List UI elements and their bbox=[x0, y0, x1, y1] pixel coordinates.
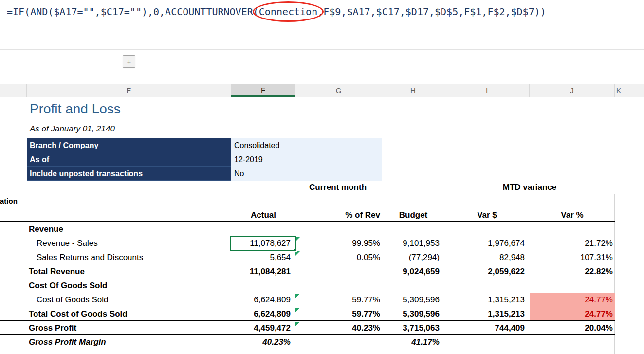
cell-budget[interactable]: 41.17% bbox=[382, 335, 444, 349]
param-label-branch-company[interactable]: Branch / Company bbox=[27, 138, 231, 152]
param-row-as-of: As of 12-2019 bbox=[0, 152, 644, 167]
cell-var-pct[interactable] bbox=[530, 335, 615, 349]
header-pct-of-rev[interactable]: % of Rev bbox=[295, 208, 382, 222]
row-label-cell[interactable]: Total Cost of Goods Sold bbox=[27, 307, 231, 321]
header-var-dollar[interactable]: Var $ bbox=[444, 208, 530, 222]
cell-budget[interactable] bbox=[382, 222, 444, 236]
cell-var-pct[interactable]: 20.04% bbox=[530, 321, 615, 335]
cell-budget[interactable]: (77,294) bbox=[382, 250, 444, 264]
cell-var-pct[interactable]: 24.77% bbox=[530, 307, 615, 321]
cell-var-pct[interactable]: 107.31% bbox=[530, 250, 615, 264]
row-label-cell[interactable]: Gross Profit Margin bbox=[27, 335, 231, 349]
cell-var-dollar[interactable]: 2,059,622 bbox=[444, 264, 530, 279]
row-label-cell[interactable]: Revenue bbox=[27, 222, 231, 236]
cell-budget[interactable]: 9,101,953 bbox=[382, 236, 444, 250]
column-header-k[interactable]: K bbox=[615, 84, 644, 97]
cell-budget[interactable]: 9,024,659 bbox=[382, 264, 444, 279]
header-actual[interactable]: Actual bbox=[231, 208, 295, 222]
cell-var-dollar[interactable]: 1,315,213 bbox=[444, 293, 530, 307]
report-row: Revenue - Sales11,078,62799.95%9,101,953… bbox=[0, 236, 644, 250]
cell-pct-of-rev[interactable] bbox=[295, 279, 382, 293]
column-header-j[interactable]: J bbox=[530, 84, 615, 97]
cell-pct-of-rev[interactable] bbox=[295, 264, 382, 279]
row-label-cell[interactable]: Gross Profit bbox=[27, 321, 231, 335]
spreadsheet-window: =IF(AND($A17="",$C17=""),0,ACCOUNTTURNOV… bbox=[0, 0, 644, 354]
cell-actual[interactable] bbox=[231, 279, 295, 293]
cell-actual[interactable]: 4,459,472 bbox=[231, 321, 295, 335]
column-header-e[interactable]: E bbox=[27, 84, 231, 97]
formula-segment-before: =IF(AND($A17="",$C17=""),0,ACCOUNTTURNOV… bbox=[7, 6, 259, 18]
report-rows: RevenueRevenue - Sales11,078,62799.95%9,… bbox=[0, 222, 644, 349]
data-column-header-row: Actual % of Rev Budget Var $ Var % bbox=[0, 208, 644, 222]
cell-actual[interactable] bbox=[231, 222, 295, 236]
cell-pct-of-rev[interactable]: 0.05% bbox=[295, 250, 382, 264]
spare-cell bbox=[615, 293, 644, 307]
report-row: Revenue bbox=[0, 222, 644, 236]
cell-var-dollar[interactable]: 82,948 bbox=[444, 250, 530, 264]
cell-budget[interactable] bbox=[382, 279, 444, 293]
left-margin-cell bbox=[0, 236, 27, 250]
cell-var-pct[interactable] bbox=[530, 279, 615, 293]
report-row: Gross Profit4,459,47240.23%3,715,063744,… bbox=[0, 321, 644, 335]
group-header-current-month[interactable]: Current month bbox=[231, 181, 444, 194]
cell-pct-of-rev[interactable]: 59.77% bbox=[295, 293, 382, 307]
header-budget[interactable]: Budget bbox=[382, 208, 444, 222]
row-label-cell[interactable]: Cost of Goods Sold bbox=[27, 293, 231, 307]
report-row: Total Revenue11,084,2819,024,6592,059,62… bbox=[0, 264, 644, 279]
formula-bar[interactable]: =IF(AND($A17="",$C17=""),0,ACCOUNTTURNOV… bbox=[0, 0, 644, 50]
report-title[interactable]: Profit and Loss bbox=[30, 101, 121, 116]
column-header-h[interactable]: H bbox=[382, 84, 444, 97]
report-row: Sales Returns and Discounts5,6540.05%(77… bbox=[0, 250, 644, 264]
cell-budget[interactable]: 5,309,596 bbox=[382, 307, 444, 321]
report-row: Cost of Goods Sold6,624,80959.77%5,309,5… bbox=[0, 293, 644, 307]
report-subtitle[interactable]: As of January 01, 2140 bbox=[30, 124, 115, 133]
cell-actual[interactable]: 6,624,809 bbox=[231, 293, 295, 307]
row-label-cell[interactable]: Sales Returns and Discounts bbox=[27, 250, 231, 264]
left-margin-cell bbox=[0, 181, 231, 194]
column-header-g[interactable]: G bbox=[295, 84, 382, 97]
param-label-as-of[interactable]: As of bbox=[27, 152, 231, 167]
column-header-i[interactable]: I bbox=[444, 84, 530, 97]
param-value-as-of[interactable]: 12-2019 bbox=[231, 152, 382, 167]
cell-var-dollar[interactable]: 1,315,213 bbox=[444, 307, 530, 321]
left-margin-cell bbox=[0, 321, 27, 335]
cell-pct-of-rev[interactable]: 99.95% bbox=[295, 236, 382, 250]
left-margin-cell bbox=[0, 250, 27, 264]
cell-actual[interactable]: 40.23% bbox=[231, 335, 295, 349]
cell-pct-of-rev[interactable]: 59.77% bbox=[295, 307, 382, 321]
header-var-pct[interactable]: Var % bbox=[530, 208, 615, 222]
cell-var-pct[interactable]: 22.82% bbox=[530, 264, 615, 279]
cell-budget[interactable]: 3,715,063 bbox=[382, 321, 444, 335]
cell-pct-of-rev[interactable] bbox=[295, 335, 382, 349]
clipped-left-text: ation bbox=[0, 197, 18, 205]
cell-var-dollar[interactable]: 744,409 bbox=[444, 321, 530, 335]
param-value-unposted[interactable]: No bbox=[231, 167, 382, 181]
cell-var-dollar[interactable] bbox=[444, 222, 530, 236]
cell-var-dollar[interactable] bbox=[444, 279, 530, 293]
outline-expand-button[interactable]: + bbox=[123, 55, 135, 68]
row-label-cell[interactable]: Total Revenue bbox=[27, 264, 231, 279]
cell-actual[interactable]: 6,624,809 bbox=[231, 307, 295, 321]
column-header-blank[interactable] bbox=[0, 84, 27, 97]
cell-pct-of-rev[interactable] bbox=[295, 222, 382, 236]
param-value-branch-company[interactable]: Consolidated bbox=[231, 138, 382, 152]
cell-budget[interactable]: 5,309,596 bbox=[382, 293, 444, 307]
group-header-mtd-variance[interactable]: MTD variance bbox=[444, 181, 615, 194]
param-label-unposted[interactable]: Include unposted transactions bbox=[27, 167, 231, 181]
cell-var-pct[interactable]: 21.72% bbox=[530, 236, 615, 250]
row-label-cell[interactable]: Cost Of Goods Sold bbox=[27, 279, 231, 293]
cell-pct-of-rev[interactable]: 40.23% bbox=[295, 321, 382, 335]
cell-actual[interactable]: 11,078,627 bbox=[231, 236, 295, 250]
left-margin-cell bbox=[0, 335, 27, 349]
left-margin-cell bbox=[0, 138, 27, 152]
spare-cell bbox=[615, 236, 644, 250]
cell-var-pct[interactable] bbox=[530, 222, 615, 236]
left-margin-cell bbox=[0, 293, 27, 307]
column-header-f[interactable]: F bbox=[231, 84, 295, 97]
row-label-cell[interactable]: Revenue - Sales bbox=[27, 236, 231, 250]
cell-actual[interactable]: 11,084,281 bbox=[231, 264, 295, 279]
cell-actual[interactable]: 5,654 bbox=[231, 250, 295, 264]
cell-var-dollar[interactable] bbox=[444, 335, 530, 349]
cell-var-pct[interactable]: 24.77% bbox=[530, 293, 615, 307]
cell-var-dollar[interactable]: 1,976,674 bbox=[444, 236, 530, 250]
